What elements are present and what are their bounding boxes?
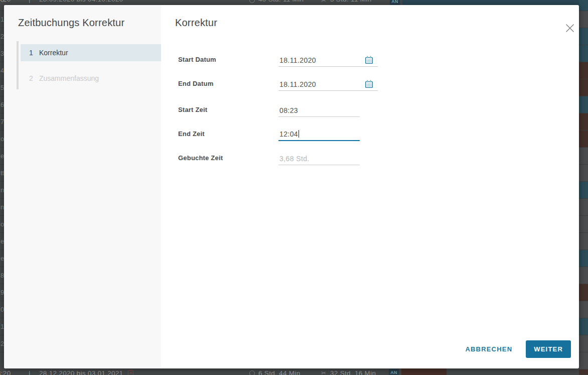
field-label: End Zeit [178,130,205,138]
close-icon[interactable] [565,23,575,33]
booked-time-input: 3,68 Std. [278,149,360,165]
bg-bar-segment [579,199,588,216]
bg-bottom-time: 3:20 [0,369,11,375]
bg-bar-segment [579,369,588,375]
field-value: 3,68 Std. [279,155,310,163]
bg-top-range: 28.09.2020 bis 04.10.2020 [39,0,123,3]
dialog-footer: ABBRECHEN WEITER [465,340,571,358]
bg-bar-segment [579,233,588,250]
field-value: 08:23 [279,106,298,114]
step-label: Zusammenfassung [39,70,99,87]
calendar-crossed-icon: ✕ [128,370,133,375]
clock-icon [249,0,255,3]
bg-bar-segment [579,284,588,301]
bg-bar-segment [579,11,588,28]
wizard-step-korrektur[interactable]: 1 Korrektur [21,44,161,61]
bg-bottom-reduction: 32 Std. 16 Min [330,369,376,375]
bg-bottom-range: 28.12.2020 bis 03.01.2021 [39,369,123,375]
field-value: 18.11.2020 [279,80,316,88]
scissors-icon: ✂ [321,0,326,4]
bg-top-time: 0:20 [0,0,11,3]
bg-bar-segment [579,165,588,182]
field-label: Start Zeit [178,106,207,113]
bg-top-reduction: 3 Std. 11 Min [330,0,371,3]
bg-bar-segment [579,131,588,148]
form-row-start-datum: Start Datum 18.11.2020 [178,49,459,67]
page-title: Korrektur [175,17,217,29]
start-date-input[interactable]: 18.11.2020 [278,51,378,67]
bg-bar-segment [579,45,588,62]
status-badge: AN [389,369,399,375]
wizard-step-zusammenfassung[interactable]: 2 Zusammenfassung [21,70,161,87]
calendar-icon[interactable] [365,80,373,88]
bg-top-separator: | [29,0,31,3]
step-number: 1 [29,44,33,61]
bg-bar-segment [579,335,588,352]
clock-icon [249,370,255,375]
bg-bottom-bar [401,368,447,375]
app-screen: 0:1.2345.67,onerttnwnwoneien8.901.2 0:20… [0,0,588,375]
field-value: 12:04 [279,130,299,138]
field-label: Start Datum [178,56,216,63]
bg-bar-segment [579,301,588,318]
step-label: Korrektur [39,44,68,61]
background-table-row-bottom: 3:20 | 28.12.2020 bis 03.01.2021 ✕ 6 Std… [0,368,588,375]
cancel-button[interactable]: ABBRECHEN [465,345,512,353]
bg-bar-segment [579,216,588,233]
bg-bar-segment [579,182,588,199]
scissors-icon: ✂ [321,369,326,375]
bg-bar-segment [579,148,588,165]
bg-bar-segment [579,0,588,11]
form-row-start-zeit: Start Zeit 08:23 [178,99,459,117]
bg-bar-segment [579,79,588,96]
form-row-end-datum: End Datum 18.11.2020 [178,73,459,91]
wizard-content: Korrektur Start Datum 18.11.2020 [161,5,579,368]
bg-bar-segment [579,113,588,131]
bg-bar-segment [579,352,588,369]
calendar-icon[interactable] [365,56,373,64]
bg-bar-segment [579,28,588,45]
step-track [17,41,19,89]
field-value: 18.11.2020 [279,56,316,64]
bg-top-duration: 40 Std. 11 Min [258,0,304,3]
wizard-sidebar: Zeitbuchungs Korrektur 1 Korrektur 2 Zus… [4,5,161,368]
end-time-input[interactable]: 12:04 [278,125,360,141]
end-date-input[interactable]: 18.11.2020 [278,75,378,91]
bg-bar-segment [579,62,588,79]
next-button[interactable]: WEITER [526,340,571,358]
bg-bar-segment [579,96,588,113]
form-row-end-zeit: End Zeit 12:04 [178,123,459,141]
text-cursor [299,130,299,138]
time-correction-dialog: Zeitbuchungs Korrektur 1 Korrektur 2 Zus… [4,5,579,368]
bg-bottom-separator: | [29,369,31,375]
status-badge: AN [390,0,400,5]
start-time-input[interactable]: 08:23 [278,101,360,117]
dialog-title: Zeitbuchungs Korrektur [18,17,124,29]
step-number: 2 [29,70,33,87]
bg-top-bar [402,0,588,5]
bg-bar-segment [579,250,588,267]
bg-bottom-duration: 6 Std. 44 Min [258,369,300,375]
background-table-row-top: 0:20 | 28.09.2020 bis 04.10.2020 40 Std.… [0,0,588,5]
bg-bar-segment [579,318,588,335]
form-row-gebuchte-zeit: Gebuchte Zeit 3,68 Std. [178,147,459,165]
field-label: End Datum [178,80,213,87]
background-bar-column [579,0,588,375]
bg-bar-segment [579,267,588,284]
field-label: Gebuchte Zeit [178,154,223,162]
